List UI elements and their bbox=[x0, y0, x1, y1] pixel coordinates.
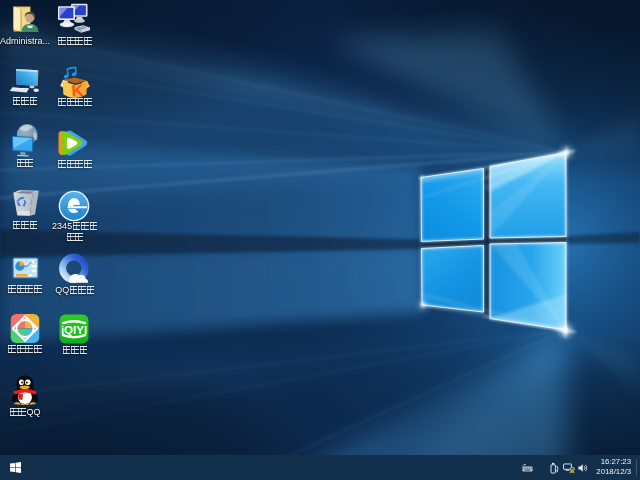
svg-text:K: K bbox=[71, 81, 84, 98]
svg-text:iQIYI: iQIYI bbox=[61, 324, 87, 336]
